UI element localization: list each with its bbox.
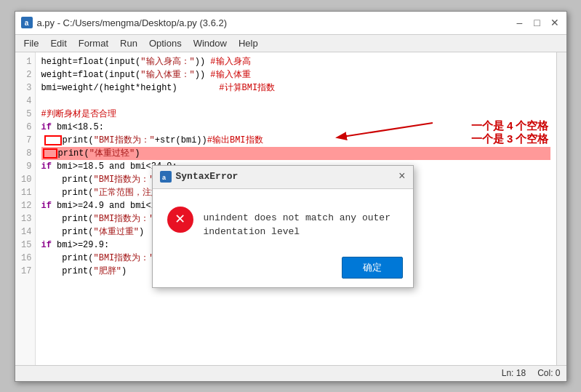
code-line-4 <box>41 95 550 108</box>
syntax-error-dialog: a SyntaxError × ✕ unindent does not matc… <box>152 165 414 288</box>
code-line-3: bmi=weight/(height*height) #计算BMI指数 <box>41 81 550 95</box>
dialog-title-left: a SyntaxError <box>160 170 239 183</box>
maximize-button[interactable]: □ <box>532 17 543 28</box>
code-line-5: #判断身材是否合理 <box>41 108 550 121</box>
scrollbar[interactable] <box>556 52 566 365</box>
status-col: Col: 0 <box>537 368 560 378</box>
dialog-message: unindent does not match any outer indent… <box>204 207 398 239</box>
title-bar: a a.py - C:/Users/mengma/Desktop/a.py (3… <box>15 12 566 35</box>
menu-window[interactable]: Window <box>188 36 233 50</box>
menu-run[interactable]: Run <box>114 36 143 50</box>
code-line-1: height=float(input("输入身高：")) #输入身高 <box>41 55 550 68</box>
window-title: a.py - C:/Users/mengma/Desktop/a.py (3.6… <box>37 17 228 28</box>
menu-bar: File Edit Format Run Options Window Help <box>15 35 566 52</box>
title-controls: – □ ✕ <box>514 17 561 28</box>
dialog-footer: 确定 <box>153 251 413 287</box>
code-line-2: weight=float(input("输入体重：")) #输入体重 <box>41 68 550 81</box>
menu-file[interactable]: File <box>18 36 45 50</box>
editor-area: 12345 678910 1112131415 1617 height=floa… <box>15 52 566 365</box>
dialog-close-button[interactable]: × <box>398 171 406 183</box>
menu-options[interactable]: Options <box>143 36 188 50</box>
main-window: a a.py - C:/Users/mengma/Desktop/a.py (3… <box>15 11 567 382</box>
title-left: a a.py - C:/Users/mengma/Desktop/a.py (3… <box>21 17 228 28</box>
code-line-8: print("体重过轻") <box>41 147 550 160</box>
dialog-body: ✕ unindent does not match any outer inde… <box>153 189 413 251</box>
line-numbers: 12345 678910 1112131415 1617 <box>15 52 36 365</box>
menu-edit[interactable]: Edit <box>44 36 72 50</box>
dialog-title-text: SyntaxError <box>176 170 239 183</box>
status-bar: Ln: 18 Col: 0 <box>15 365 566 381</box>
code-line-6: if bmi<18.5: <box>41 121 550 134</box>
minimize-button[interactable]: – <box>514 17 526 28</box>
code-editor[interactable]: height=float(input("输入身高：")) #输入身高 weigh… <box>36 52 556 365</box>
dialog-title-bar: a SyntaxError × <box>153 166 413 189</box>
dialog-python-icon: a <box>160 171 172 183</box>
dialog-ok-button[interactable]: 确定 <box>342 257 403 279</box>
status-ln: Ln: 18 <box>502 368 526 378</box>
code-line-7: print("BMI指数为："+str(bmi)) #输出BMI指数 <box>41 134 550 147</box>
menu-help[interactable]: Help <box>233 36 264 50</box>
error-icon: ✕ <box>167 207 193 233</box>
menu-format[interactable]: Format <box>73 36 114 50</box>
close-button[interactable]: ✕ <box>549 17 561 28</box>
app-icon: a <box>21 17 33 28</box>
